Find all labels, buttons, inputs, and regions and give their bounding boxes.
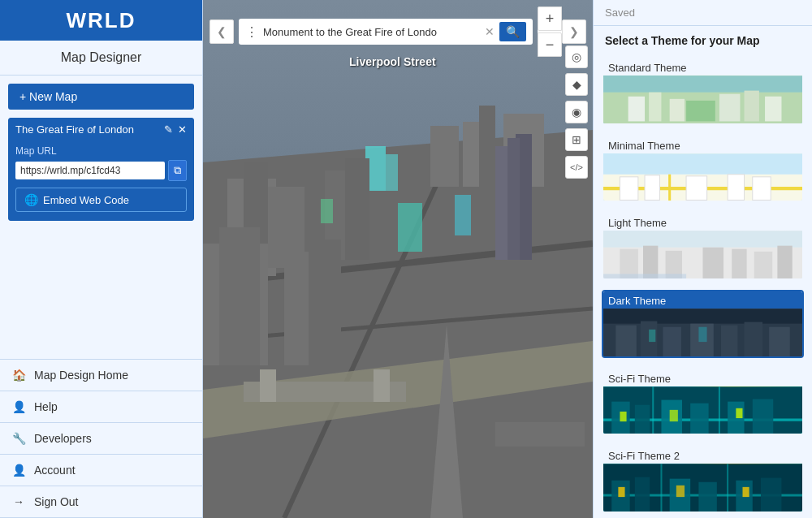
- diamond-tool-button[interactable]: ◆: [565, 73, 588, 96]
- right-panel: Saved Select a Theme for your Map Standa…: [593, 0, 812, 518]
- svg-rect-56: [703, 248, 724, 280]
- svg-rect-47: [645, 175, 659, 200]
- svg-rect-96: [618, 487, 624, 497]
- nav-account-label: Account: [34, 464, 76, 477]
- theme-light[interactable]: Light Theme: [602, 212, 804, 280]
- svg-rect-29: [495, 422, 585, 447]
- svg-rect-58: [754, 252, 772, 280]
- nav-map-design-home-label: Map Design Home: [34, 369, 128, 382]
- svg-rect-71: [698, 327, 706, 342]
- svg-rect-41: [686, 101, 715, 122]
- svg-rect-63: [615, 326, 637, 358]
- nav-sign-out-label: Sign Out: [34, 495, 78, 508]
- map-item-body: Map URL ⧉ 🌐 Embed Web Code: [9, 140, 193, 220]
- svg-rect-60: [603, 274, 686, 280]
- nav-help[interactable]: 👤 Help: [0, 391, 202, 423]
- svg-rect-46: [620, 177, 637, 201]
- map-area[interactable]: Liverpool Street ❮ ⋮ ✕ 🔍 + − ❯ ◎ ◆ ◉ ⊞ <…: [203, 0, 593, 518]
- theme-scifi-preview: [603, 386, 802, 436]
- theme-dark-label: Dark Theme: [603, 291, 802, 309]
- developers-icon: 🔧: [11, 431, 26, 446]
- svg-rect-98: [743, 487, 749, 497]
- nav-developers[interactable]: 🔧 Developers: [0, 423, 202, 455]
- zoom-controls: + −: [538, 6, 562, 57]
- embed-web-code-button[interactable]: 🌐 Embed Web Code: [15, 188, 187, 212]
- theme-dark-preview: [603, 309, 802, 358]
- sign-out-icon: →: [11, 494, 26, 509]
- map-url-row: ⧉: [15, 160, 187, 181]
- nav-help-label: Help: [34, 400, 58, 413]
- svg-rect-39: [745, 91, 759, 122]
- theme-scifi2-preview: [603, 464, 802, 513]
- svg-rect-28: [487, 438, 593, 518]
- theme-standard[interactable]: Standard Theme: [602, 57, 804, 125]
- code-tool-button[interactable]: </>: [565, 156, 588, 179]
- svg-rect-95: [761, 478, 782, 513]
- svg-rect-78: [635, 404, 650, 435]
- grid-tool-button[interactable]: ⊞: [565, 128, 588, 151]
- map-collapse-left-button[interactable]: ❮: [209, 19, 234, 44]
- map-item-actions: ✎ ✕: [164, 123, 187, 136]
- theme-minimal-label: Minimal Theme: [603, 136, 802, 153]
- zoom-out-button[interactable]: −: [538, 32, 562, 57]
- svg-rect-32: [321, 199, 333, 223]
- svg-rect-49: [728, 174, 744, 200]
- svg-rect-23: [309, 240, 341, 365]
- copy-button[interactable]: ⧉: [168, 160, 187, 181]
- theme-minimal[interactable]: Minimal Theme: [602, 135, 804, 203]
- theme-light-preview: [603, 231, 802, 280]
- panel-title: Select a Theme for your Map: [594, 26, 812, 52]
- city-background: [203, 0, 593, 518]
- search-clear-icon[interactable]: ✕: [485, 25, 495, 38]
- svg-rect-57: [732, 249, 746, 280]
- svg-rect-69: [769, 327, 790, 358]
- search-button[interactable]: 🔍: [499, 22, 526, 41]
- edit-icon[interactable]: ✎: [164, 123, 173, 136]
- map-url-input[interactable]: [15, 162, 165, 179]
- location-tool-button[interactable]: ◎: [565, 45, 588, 68]
- svg-rect-67: [721, 326, 737, 358]
- map-toolbar: ❮ ⋮ ✕ 🔍 + − ❯: [203, 6, 593, 57]
- home-icon: 🏠: [11, 368, 26, 382]
- svg-rect-26: [374, 369, 390, 402]
- svg-rect-40: [765, 97, 781, 122]
- svg-rect-21: [219, 227, 260, 365]
- theme-light-label: Light Theme: [603, 214, 802, 231]
- svg-rect-48: [686, 176, 707, 201]
- theme-scifi2-label: Sci-Fi Theme 2: [603, 447, 802, 464]
- svg-rect-82: [753, 399, 774, 435]
- theme-scifi[interactable]: Sci-Fi Theme: [602, 368, 804, 436]
- map-designer-title: Map Designer: [0, 41, 202, 76]
- nav-map-design-home[interactable]: 🏠 Map Design Home: [0, 360, 202, 391]
- theme-scifi-label: Sci-Fi Theme: [603, 369, 802, 386]
- svg-rect-38: [719, 94, 741, 122]
- nav-account[interactable]: 👤 Account: [0, 455, 202, 486]
- close-icon[interactable]: ✕: [178, 123, 187, 136]
- svg-rect-16: [345, 158, 369, 260]
- search-bar: ⋮ ✕ 🔍: [239, 19, 533, 45]
- svg-rect-83: [620, 412, 626, 421]
- zoom-in-button[interactable]: +: [538, 6, 562, 31]
- new-map-button[interactable]: + New Map: [8, 84, 194, 110]
- left-sidebar: WRLD Map Designer + New Map The Great Fi…: [0, 0, 203, 518]
- svg-rect-30: [398, 203, 422, 252]
- search-menu-button[interactable]: ⋮: [245, 24, 258, 40]
- svg-rect-97: [676, 486, 685, 497]
- nav-sign-out[interactable]: → Sign Out: [0, 486, 202, 518]
- svg-rect-72: [603, 356, 802, 357]
- map-item-card: The Great Fire of London ✎ ✕ Map URL ⧉ 🌐…: [8, 118, 194, 221]
- theme-scifi2[interactable]: Sci-Fi Theme 2: [602, 445, 804, 513]
- search-input[interactable]: [263, 26, 480, 38]
- nav-developers-label: Developers: [34, 432, 92, 445]
- panel-saved-label: Saved: [594, 0, 812, 26]
- map-item-title: The Great Fire of London: [15, 123, 164, 136]
- svg-rect-84: [670, 410, 678, 421]
- svg-rect-7: [479, 106, 495, 187]
- pin-tool-button[interactable]: ◉: [565, 101, 588, 123]
- account-icon: 👤: [11, 463, 26, 477]
- theme-dark[interactable]: Dark Theme: [602, 290, 804, 358]
- svg-rect-70: [649, 330, 655, 342]
- theme-standard-label: Standard Theme: [603, 58, 802, 76]
- svg-rect-11: [386, 154, 398, 191]
- map-side-tools: ◎ ◆ ◉ ⊞ </>: [560, 41, 593, 183]
